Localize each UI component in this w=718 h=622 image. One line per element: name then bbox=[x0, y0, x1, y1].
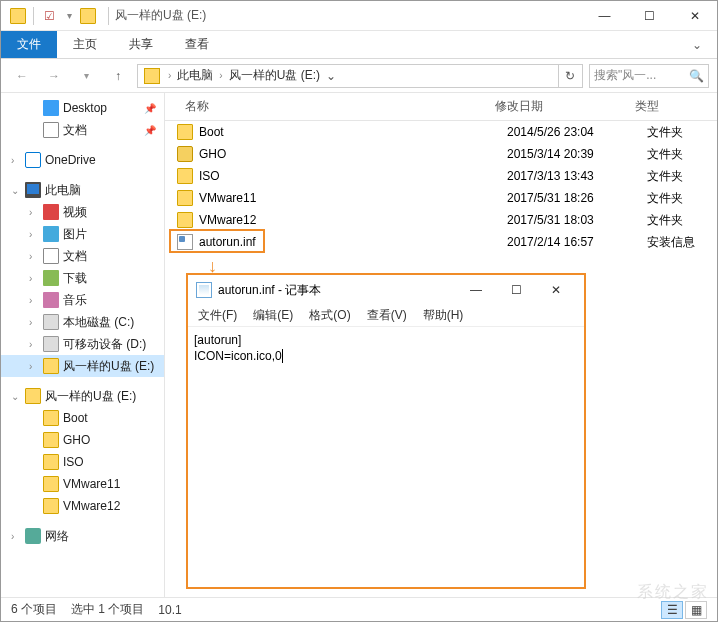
column-type[interactable]: 类型 bbox=[635, 98, 705, 115]
nav-drive-c[interactable]: ›本地磁盘 (C:) bbox=[1, 311, 164, 333]
file-type: 文件夹 bbox=[647, 190, 717, 207]
close-button[interactable]: ✕ bbox=[672, 2, 717, 30]
breadcrumb-pc[interactable]: 此电脑 bbox=[175, 67, 215, 84]
tab-file[interactable]: 文件 bbox=[1, 31, 57, 58]
search-placeholder: 搜索"风一... bbox=[594, 67, 656, 84]
nav-back-button[interactable]: ← bbox=[9, 63, 35, 89]
file-name: VMware11 bbox=[199, 191, 256, 205]
notepad-window: autorun.inf - 记事本 — ☐ ✕ 文件(F) 编辑(E) 格式(O… bbox=[186, 273, 586, 589]
nav-drive-e[interactable]: ›风一样的U盘 (E:) bbox=[1, 355, 164, 377]
file-name: ISO bbox=[199, 169, 220, 183]
status-item-count: 6 个项目 bbox=[11, 601, 57, 618]
file-name: Boot bbox=[199, 125, 224, 139]
search-input[interactable]: 搜索"风一... 🔍 bbox=[589, 64, 709, 88]
nav-pictures[interactable]: ›图片 bbox=[1, 223, 164, 245]
file-icon bbox=[177, 234, 193, 250]
notepad-maximize-button[interactable]: ☐ bbox=[496, 277, 536, 303]
notepad-close-button[interactable]: ✕ bbox=[536, 277, 576, 303]
file-row[interactable]: ISO2017/3/13 13:43文件夹 bbox=[165, 165, 717, 187]
status-selected: 选中 1 个项目 bbox=[71, 601, 144, 618]
file-row[interactable]: VMware122017/5/31 18:03文件夹 bbox=[165, 209, 717, 231]
file-icon bbox=[177, 168, 193, 184]
nav-music[interactable]: ›音乐 bbox=[1, 289, 164, 311]
file-row[interactable]: Boot2014/5/26 23:04文件夹 bbox=[165, 121, 717, 143]
nav-vmware11[interactable]: VMware11 bbox=[1, 473, 164, 495]
notepad-titlebar[interactable]: autorun.inf - 记事本 — ☐ ✕ bbox=[188, 275, 584, 305]
column-name[interactable]: 名称 bbox=[165, 98, 495, 115]
file-type: 安装信息 bbox=[647, 234, 717, 251]
file-date: 2017/5/31 18:03 bbox=[507, 213, 647, 227]
nav-iso[interactable]: ISO bbox=[1, 451, 164, 473]
notepad-text-area[interactable]: [autorun] ICON=icon.ico,0 bbox=[188, 327, 584, 587]
minimize-button[interactable]: — bbox=[582, 2, 627, 30]
notepad-icon bbox=[196, 282, 212, 298]
column-date[interactable]: 修改日期 bbox=[495, 98, 635, 115]
nav-forward-button[interactable]: → bbox=[41, 63, 67, 89]
nav-documents2[interactable]: ›文档 bbox=[1, 245, 164, 267]
notepad-menu-help[interactable]: 帮助(H) bbox=[423, 307, 464, 324]
breadcrumb-dropdown-icon[interactable]: ⌄ bbox=[322, 69, 340, 83]
nav-up-button[interactable]: ↑ bbox=[105, 63, 131, 89]
qat-dropdown-icon[interactable]: ▾ bbox=[60, 7, 78, 25]
file-type: 文件夹 bbox=[647, 146, 717, 163]
qat-folder-icon[interactable] bbox=[9, 7, 27, 25]
notepad-menu-format[interactable]: 格式(O) bbox=[309, 307, 350, 324]
pin-icon: 📌 bbox=[144, 103, 156, 114]
search-icon[interactable]: 🔍 bbox=[689, 69, 704, 83]
window-icon bbox=[80, 8, 96, 24]
breadcrumb-drive-icon bbox=[144, 68, 160, 84]
nav-videos[interactable]: ›视频 bbox=[1, 201, 164, 223]
address-bar: ← → ▾ ↑ › 此电脑 › 风一样的U盘 (E:) ⌄ ↻ 搜索"风一...… bbox=[1, 59, 717, 93]
notepad-menu-view[interactable]: 查看(V) bbox=[367, 307, 407, 324]
nav-recent-icon[interactable]: ▾ bbox=[73, 63, 99, 89]
file-type: 文件夹 bbox=[647, 168, 717, 185]
file-date: 2017/3/13 13:43 bbox=[507, 169, 647, 183]
file-date: 2015/3/14 20:39 bbox=[507, 147, 647, 161]
pin-icon: 📌 bbox=[144, 125, 156, 136]
tab-share[interactable]: 共享 bbox=[113, 31, 169, 58]
nav-gho[interactable]: GHO bbox=[1, 429, 164, 451]
maximize-button[interactable]: ☐ bbox=[627, 2, 672, 30]
chevron-right-icon: › bbox=[11, 155, 21, 166]
qat-properties-icon[interactable]: ☑ bbox=[40, 7, 58, 25]
notepad-menu-edit[interactable]: 编辑(E) bbox=[253, 307, 293, 324]
column-headers: 名称 修改日期 类型 bbox=[165, 93, 717, 121]
view-details-button[interactable]: ☰ bbox=[661, 601, 683, 619]
window-title: 风一样的U盘 (E:) bbox=[115, 7, 206, 24]
nav-boot[interactable]: Boot bbox=[1, 407, 164, 429]
nav-drive-e-root[interactable]: ⌄风一样的U盘 (E:) bbox=[1, 385, 164, 407]
nav-desktop[interactable]: Desktop📌 bbox=[1, 97, 164, 119]
chevron-right-icon[interactable]: › bbox=[164, 70, 175, 81]
nav-vmware12[interactable]: VMware12 bbox=[1, 495, 164, 517]
file-row[interactable]: autorun.inf2017/2/14 16:57安装信息 bbox=[165, 231, 717, 253]
nav-this-pc[interactable]: ⌄此电脑 bbox=[1, 179, 164, 201]
chevron-down-icon: ⌄ bbox=[11, 185, 21, 196]
file-type: 文件夹 bbox=[647, 212, 717, 229]
file-row[interactable]: GHO2015/3/14 20:39文件夹 bbox=[165, 143, 717, 165]
file-icon bbox=[177, 212, 193, 228]
notepad-menubar: 文件(F) 编辑(E) 格式(O) 查看(V) 帮助(H) bbox=[188, 305, 584, 327]
file-date: 2017/2/14 16:57 bbox=[507, 235, 647, 249]
file-date: 2017/5/31 18:26 bbox=[507, 191, 647, 205]
nav-network[interactable]: ›网络 bbox=[1, 525, 164, 547]
refresh-button[interactable]: ↻ bbox=[558, 65, 580, 87]
nav-downloads[interactable]: ›下载 bbox=[1, 267, 164, 289]
nav-documents[interactable]: 文档📌 bbox=[1, 119, 164, 141]
nav-drive-d[interactable]: ›可移动设备 (D:) bbox=[1, 333, 164, 355]
file-icon bbox=[177, 146, 193, 162]
breadcrumb[interactable]: › 此电脑 › 风一样的U盘 (E:) ⌄ ↻ bbox=[137, 64, 583, 88]
file-name: VMware12 bbox=[199, 213, 256, 227]
chevron-right-icon[interactable]: › bbox=[215, 70, 226, 81]
file-row[interactable]: VMware112017/5/31 18:26文件夹 bbox=[165, 187, 717, 209]
ribbon-tabs: 文件 主页 共享 查看 ⌄ bbox=[1, 31, 717, 59]
view-icons-button[interactable]: ▦ bbox=[685, 601, 707, 619]
notepad-minimize-button[interactable]: — bbox=[456, 277, 496, 303]
file-type: 文件夹 bbox=[647, 124, 717, 141]
notepad-menu-file[interactable]: 文件(F) bbox=[198, 307, 237, 324]
file-icon bbox=[177, 190, 193, 206]
tab-view[interactable]: 查看 bbox=[169, 31, 225, 58]
tab-home[interactable]: 主页 bbox=[57, 31, 113, 58]
breadcrumb-location[interactable]: 风一样的U盘 (E:) bbox=[227, 67, 322, 84]
nav-onedrive[interactable]: ›OneDrive bbox=[1, 149, 164, 171]
ribbon-expand-icon[interactable]: ⌄ bbox=[677, 31, 717, 58]
